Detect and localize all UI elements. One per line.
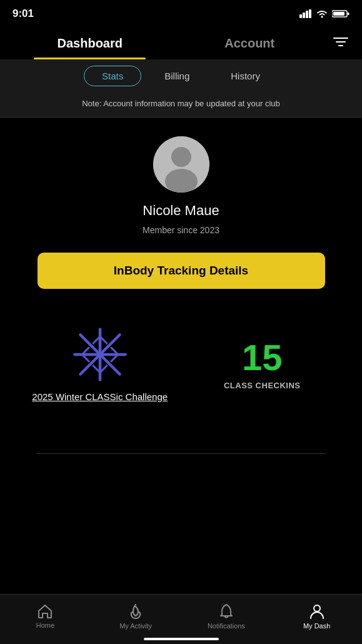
svg-point-26 [314,605,320,611]
wifi-icon [316,9,328,18]
svg-rect-3 [309,9,311,18]
bottom-nav: Home My Activity Notifications My Dash [0,594,362,644]
checkin-count: 15 [242,340,283,376]
avatar [153,136,209,193]
nav-notifications[interactable]: Notifications [181,603,272,630]
home-icon [37,604,53,619]
profile-name: Nicole Maue [143,203,219,219]
svg-rect-0 [299,14,302,18]
nav-home[interactable]: Home [0,604,91,629]
profile-section: Nicole Maue Member since 2023 InBody Tra… [0,118,362,320]
challenge-section: 2025 Winter CLASSic Challenge 15 CLASS C… [0,320,362,416]
battery-icon [332,9,349,18]
top-nav: Dashboard Account [0,25,362,59]
checkin-label: CLASS CHECKINS [224,381,301,390]
nav-notifications-label: Notifications [208,622,245,630]
svg-point-4 [321,16,323,18]
subtab-billing[interactable]: Billing [146,66,208,86]
subtab-history[interactable]: History [213,66,278,86]
challenge-info: 2025 Winter CLASSic Challenge [25,326,175,403]
checkin-stats: 15 CLASS CHECKINS [188,340,338,390]
signal-icon [299,9,312,18]
nav-divider [36,453,326,454]
nav-activity-label: My Activity [119,622,152,630]
svg-rect-2 [306,11,308,18]
challenge-title[interactable]: 2025 Winter CLASSic Challenge [32,390,168,403]
svg-point-12 [171,147,191,167]
note-bar: Note: Account information may be updated… [0,93,362,118]
svg-rect-6 [333,12,344,16]
member-since: Member since 2023 [143,225,219,235]
nav-mydash[interactable]: My Dash [271,603,362,630]
nav-home-label: Home [36,621,54,629]
status-time: 9:01 [13,8,34,20]
home-indicator [144,638,219,640]
sub-tabs: Stats Billing History [0,59,362,93]
notifications-icon [219,603,234,620]
svg-rect-1 [303,13,305,18]
nav-mydash-label: My Dash [303,622,330,630]
status-bar: 9:01 [0,0,362,25]
activity-icon [129,603,143,620]
tab-account[interactable]: Account [170,30,330,59]
status-icons [299,9,349,18]
svg-rect-7 [348,13,349,15]
filter-icon[interactable] [329,31,352,53]
inbody-tracking-button[interactable]: InBody Tracking Details [38,253,325,289]
snowflake-icon [72,326,128,383]
nav-activity[interactable]: My Activity [91,603,181,630]
tab-dashboard[interactable]: Dashboard [10,30,170,59]
subtab-stats[interactable]: Stats [84,66,141,86]
mydash-icon [309,603,325,620]
